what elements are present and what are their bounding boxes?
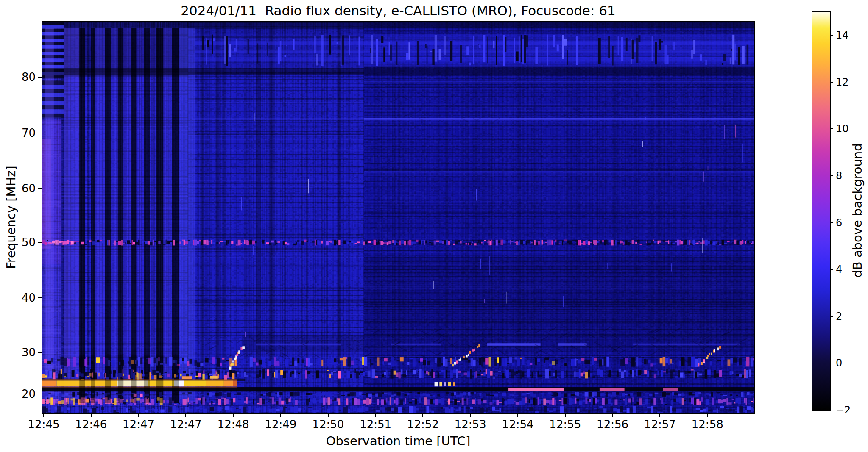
x-tick-mark xyxy=(517,413,518,417)
colorbar-tick-mark xyxy=(830,222,833,223)
x-tick-mark xyxy=(280,413,281,417)
colorbar-tick-mark xyxy=(830,269,833,270)
colorbar-tick-label: −2 xyxy=(836,404,865,416)
colorbar-tick-mark xyxy=(830,410,833,410)
x-tick-label: 12:55 xyxy=(542,418,589,431)
x-tick-label: 12:57 xyxy=(636,418,683,431)
figure-root: { "title": "2024/01/11 Radio flux densit… xyxy=(0,0,868,452)
x-tick-mark xyxy=(185,413,186,417)
y-tick-mark xyxy=(38,188,42,189)
colorbar-tick-label: 10 xyxy=(836,123,865,135)
x-tick-mark xyxy=(422,413,423,417)
colorbar-tick-label: 2 xyxy=(836,311,865,322)
y-tick-label: 40 xyxy=(1,291,36,304)
x-tick-mark xyxy=(375,413,376,417)
x-axis-label: Observation time [UTC] xyxy=(42,434,754,448)
y-axis-label: Frequency [MHz] xyxy=(4,166,18,269)
colorbar-tick-mark xyxy=(830,175,833,176)
y-tick-mark xyxy=(38,394,42,394)
x-tick-label: 12:53 xyxy=(447,418,494,431)
x-tick-mark xyxy=(43,413,44,417)
x-tick-mark xyxy=(328,413,329,417)
x-tick-label: 12:52 xyxy=(399,418,446,431)
y-tick-mark xyxy=(38,133,42,133)
y-tick-mark xyxy=(38,77,42,78)
colorbar-tick-mark xyxy=(830,316,833,317)
colorbar xyxy=(812,11,831,411)
x-tick-label: 12:56 xyxy=(589,418,636,431)
colorbar-label: dB above background xyxy=(850,143,865,277)
colorbar-gradient xyxy=(812,12,830,410)
x-tick-mark xyxy=(612,413,613,417)
plot-area xyxy=(42,21,755,414)
x-tick-mark xyxy=(565,413,566,417)
x-tick-label: 12:46 xyxy=(68,418,114,431)
y-tick-mark xyxy=(38,297,42,298)
x-tick-mark xyxy=(659,413,660,417)
x-tick-mark xyxy=(138,413,139,417)
colorbar-tick-mark xyxy=(830,35,833,36)
spectrogram-canvas xyxy=(42,22,754,413)
x-tick-mark xyxy=(470,413,471,417)
x-tick-label: 12:45 xyxy=(20,418,67,431)
y-tick-mark xyxy=(38,352,42,353)
colorbar-tick-label: 14 xyxy=(836,29,865,41)
y-tick-label: 70 xyxy=(1,127,36,139)
y-tick-label: 80 xyxy=(1,71,36,83)
colorbar-tick-mark xyxy=(830,82,833,83)
x-tick-mark xyxy=(91,413,92,417)
colorbar-tick-label: 0 xyxy=(836,357,865,369)
x-tick-label: 12:50 xyxy=(305,418,352,431)
x-tick-label: 12:48 xyxy=(210,418,257,431)
x-tick-mark xyxy=(707,413,708,417)
x-tick-label: 12:58 xyxy=(684,418,731,431)
x-tick-label: 12:47 xyxy=(115,418,162,431)
x-tick-label: 12:54 xyxy=(494,418,541,431)
colorbar-tick-label: 12 xyxy=(836,76,865,88)
colorbar-tick-mark xyxy=(830,128,833,129)
chart-title: 2024/01/11 Radio flux density, e-CALLIST… xyxy=(42,2,754,19)
x-tick-label: 12:49 xyxy=(257,418,304,431)
y-tick-label: 30 xyxy=(1,346,36,359)
colorbar-tick-mark xyxy=(830,363,833,363)
x-tick-label: 12:51 xyxy=(352,418,399,431)
y-tick-label: 20 xyxy=(1,388,36,400)
x-tick-mark xyxy=(233,413,234,417)
y-tick-mark xyxy=(38,242,42,243)
x-tick-label: 12:47 xyxy=(162,418,209,431)
